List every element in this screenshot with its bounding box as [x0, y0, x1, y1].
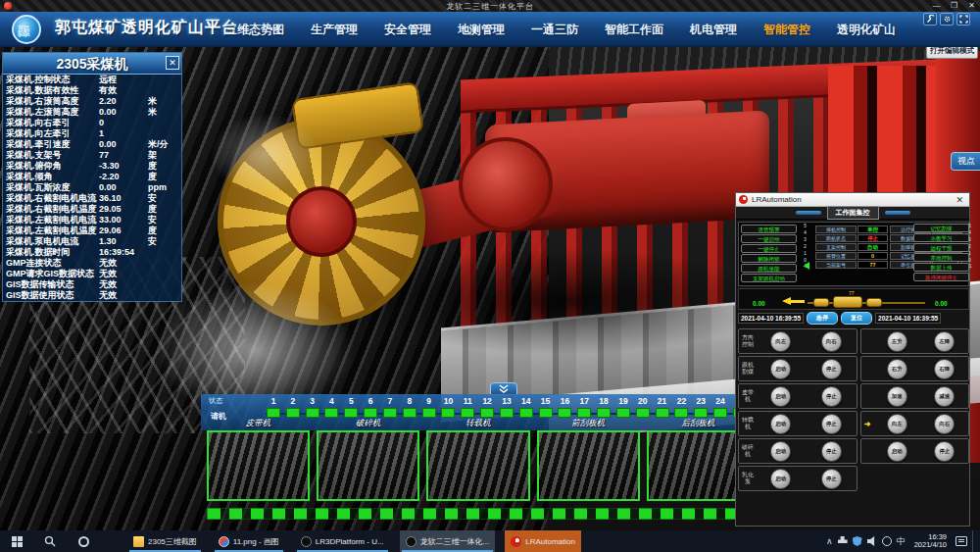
reset-button[interactable]: 复位 — [841, 312, 872, 325]
lra-close-icon[interactable]: ✕ — [953, 195, 966, 205]
group-button[interactable]: 启动 — [770, 386, 791, 407]
nav-item[interactable]: 一通三防 — [531, 22, 578, 38]
speaker-icon[interactable] — [867, 536, 877, 546]
group-button[interactable]: 停止 — [821, 386, 842, 407]
group-button[interactable]: 左升 — [887, 331, 907, 352]
lra-titlebar[interactable]: LRAutomation ✕ — [736, 193, 969, 207]
function-button[interactable]: 解除闭锁 — [741, 254, 797, 263]
group-button[interactable]: 停止 — [934, 441, 955, 462]
support-cell[interactable]: 15 — [538, 396, 554, 418]
taskbar-task[interactable]: 11.png - 画图 — [213, 530, 285, 552]
group-button[interactable]: 停止 — [821, 359, 842, 379]
function-button[interactable]: 语音预警 — [741, 225, 797, 233]
nav-item[interactable]: 机电管理 — [690, 22, 737, 38]
camera-feed[interactable] — [426, 430, 529, 501]
group-button[interactable]: 启动 — [770, 469, 791, 489]
support-cell[interactable]: 23 — [693, 396, 709, 418]
group-button[interactable]: 向右 — [821, 331, 842, 352]
group-button[interactable]: 左降 — [934, 331, 955, 352]
group-button[interactable]: 向右 — [934, 414, 955, 434]
group-button[interactable]: 启动 — [770, 441, 791, 462]
group-button[interactable]: 停止 — [821, 414, 842, 434]
function-button[interactable]: 一键停止 — [741, 244, 797, 253]
support-cell[interactable]: 24 — [712, 396, 728, 418]
function-button[interactable]: 数据上传 — [913, 263, 969, 272]
network-icon[interactable] — [882, 536, 892, 546]
support-cell[interactable]: 20 — [635, 396, 651, 418]
support-cell[interactable]: 13 — [499, 396, 514, 418]
camera-thumbnail[interactable]: 皮带机 — [207, 418, 310, 501]
nav-item[interactable]: 透明化矿山 — [837, 22, 896, 38]
support-cell[interactable]: 7 — [382, 396, 398, 418]
support-cell[interactable]: 12 — [479, 396, 495, 418]
show-desktop-button[interactable] — [972, 530, 976, 552]
fullscreen-icon[interactable] — [956, 13, 970, 25]
support-cell[interactable]: 19 — [615, 396, 631, 418]
group-button[interactable]: 减速 — [934, 386, 955, 407]
gear-icon[interactable] — [940, 13, 954, 25]
camera-feed[interactable] — [317, 430, 419, 501]
viewpoint-tab[interactable]: 视点 — [951, 152, 980, 171]
ime-indicator[interactable]: 中 — [897, 535, 906, 548]
tray-chevron-icon[interactable]: ∧ — [826, 536, 833, 546]
group-button[interactable]: 加速 — [887, 386, 907, 407]
camera-feed[interactable] — [537, 430, 640, 501]
taskbar-task[interactable]: 2305三维截图 — [127, 530, 203, 552]
function-button[interactable]: 支架跟机启动 — [741, 274, 797, 282]
support-cell[interactable]: 5 — [343, 396, 359, 418]
support-cell[interactable]: 3 — [305, 396, 320, 418]
function-button[interactable]: 跟机使能 — [741, 264, 797, 273]
taskbar-task[interactable]: 龙软二三维一体化... — [400, 530, 496, 552]
support-cell[interactable]: 6 — [363, 396, 378, 418]
maximize-button[interactable]: ❐ — [946, 0, 962, 12]
support-cell[interactable]: 8 — [402, 396, 417, 418]
nav-item[interactable]: 智能工作面 — [605, 22, 663, 38]
support-cell[interactable]: 17 — [576, 396, 592, 418]
group-button[interactable]: 停止 — [821, 441, 842, 462]
nav-item[interactable]: 生产管理 — [311, 22, 358, 38]
cortana-icon[interactable] — [67, 530, 100, 552]
taskbar-task[interactable]: LR3DPlatform - U... — [295, 530, 390, 552]
minimize-button[interactable]: — — [928, 0, 945, 12]
function-button[interactable]: 急停闭锁停止 — [913, 273, 969, 281]
function-button[interactable]: 一键启动 — [741, 234, 797, 243]
group-button[interactable]: 启动 — [887, 441, 907, 462]
support-cell[interactable]: 1 — [266, 396, 281, 418]
taskbar-task[interactable]: LRAutomation — [505, 530, 581, 552]
support-cell[interactable]: 22 — [673, 396, 689, 418]
nav-item[interactable]: 安全管理 — [384, 22, 431, 38]
function-button[interactable]: 记忆割煤 — [913, 224, 969, 232]
support-cell[interactable]: 18 — [596, 396, 612, 418]
support-cell[interactable]: 14 — [518, 396, 534, 418]
group-button[interactable]: 右升 — [887, 359, 907, 379]
group-button[interactable]: 向左 — [770, 331, 791, 352]
start-button[interactable] — [0, 530, 33, 552]
nav-item[interactable]: 地测管理 — [458, 22, 505, 38]
group-button[interactable]: 启动 — [770, 359, 791, 379]
close-button[interactable]: ✕ — [963, 0, 980, 12]
security-shield-icon[interactable] — [853, 536, 862, 546]
nav-item[interactable]: 智能管控 — [763, 22, 810, 38]
group-button[interactable]: 向左 — [887, 414, 907, 434]
estop-button[interactable]: 急停 — [807, 312, 838, 325]
support-cell[interactable]: 2 — [285, 396, 301, 418]
support-cell[interactable]: 4 — [323, 396, 339, 418]
function-button[interactable]: 远程干预 — [913, 243, 969, 252]
group-button[interactable]: 启动 — [770, 414, 791, 434]
search-icon[interactable] — [33, 530, 67, 552]
support-cell[interactable]: 11 — [460, 396, 475, 418]
nav-item[interactable]: 三维态势图 — [225, 22, 284, 38]
group-button[interactable]: 停止 — [821, 469, 842, 489]
camera-feed[interactable] — [207, 430, 310, 501]
support-cell[interactable]: 16 — [557, 396, 572, 418]
camera-thumbnail[interactable]: 破碎机 — [317, 418, 419, 501]
function-button[interactable]: 本地控制 — [913, 253, 969, 262]
clock[interactable]: 16:39 2021/4/10 — [910, 533, 951, 549]
camera-thumbnail[interactable]: 转载机 — [426, 418, 529, 501]
function-button[interactable]: 示教学习 — [913, 233, 969, 242]
wrench-icon[interactable] — [923, 13, 937, 25]
support-cell[interactable]: 10 — [440, 396, 456, 418]
camera-thumbnail[interactable]: 前刮板机 — [537, 418, 640, 501]
workface-control-tab[interactable]: 工作面集控 — [827, 206, 879, 220]
group-button[interactable]: 右降 — [934, 359, 955, 379]
